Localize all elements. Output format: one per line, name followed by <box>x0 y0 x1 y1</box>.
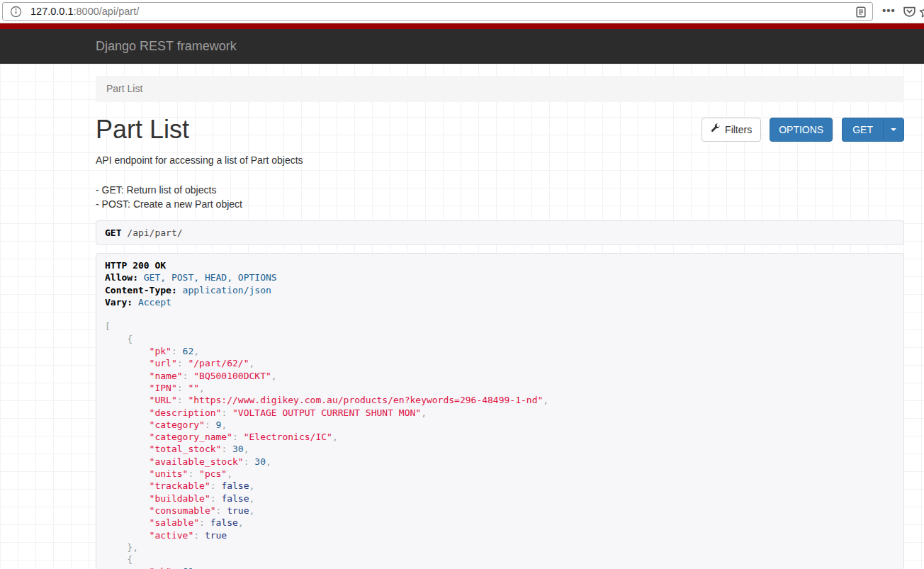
get-split-button: GET <box>842 118 904 142</box>
wrench-icon <box>711 123 721 137</box>
endpoint-description: API endpoint for accessing a list of Par… <box>96 154 904 166</box>
request-method: GET <box>105 227 121 238</box>
pocket-icon[interactable] <box>903 6 916 21</box>
response-headers: HTTP 200 OK Allow: GET, POST, HEAD, OPTI… <box>105 260 277 308</box>
bookmark-star-icon[interactable] <box>919 6 924 21</box>
response-panel: HTTP 200 OK Allow: GET, POST, HEAD, OPTI… <box>96 253 904 569</box>
info-icon[interactable] <box>10 6 22 18</box>
endpoint-notes: - GET: Return list of objects- POST: Cre… <box>96 183 904 211</box>
page-title: Part List <box>96 116 189 144</box>
page-background: Part List Part List Filters OPTIONS GET … <box>0 64 924 569</box>
reader-mode-icon[interactable] <box>855 6 867 21</box>
url-bar[interactable]: 127.0.0.1:8000/api/part/ <box>2 2 873 21</box>
breadcrumb: Part List <box>96 76 904 102</box>
url-text[interactable]: 127.0.0.1:8000/api/part/ <box>30 6 139 17</box>
url-path: :8000/api/part/ <box>73 6 139 17</box>
page-top-accent-bar <box>0 23 924 29</box>
options-button[interactable]: OPTIONS <box>770 118 833 142</box>
endpoint-note: - POST: Create a new Part object <box>96 197 904 211</box>
endpoint-note: - GET: Return list of objects <box>96 183 904 197</box>
filters-button[interactable]: Filters <box>702 118 761 142</box>
url-host: 127.0.0.1 <box>30 6 73 17</box>
page-header: Part List Filters OPTIONS GET <box>96 116 904 144</box>
request-path: /api/part/ <box>121 227 182 238</box>
page-actions-icon[interactable]: ••• <box>882 4 896 16</box>
filters-button-label: Filters <box>725 123 752 137</box>
get-dropdown-toggle[interactable] <box>883 118 904 142</box>
request-line: GET /api/part/ <box>96 220 904 245</box>
content-container: Part List Part List Filters OPTIONS GET … <box>96 64 904 569</box>
get-button[interactable]: GET <box>842 118 883 142</box>
action-buttons: Filters OPTIONS GET <box>702 118 904 142</box>
navbar: Django REST framework <box>0 29 924 64</box>
breadcrumb-item-part-list[interactable]: Part List <box>106 83 142 94</box>
caret-down-icon <box>891 128 896 131</box>
response-body: [ { "pk": 62, "url": "/part/62/", "name"… <box>105 321 548 569</box>
navbar-brand[interactable]: Django REST framework <box>96 39 237 54</box>
browser-toolbar: 127.0.0.1:8000/api/part/ ••• <box>0 0 924 23</box>
